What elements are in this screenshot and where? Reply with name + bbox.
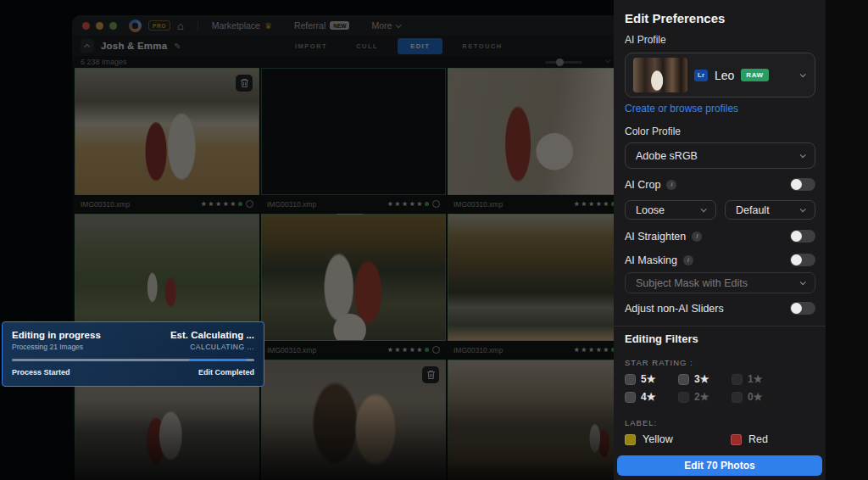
checkbox[interactable] [732, 392, 743, 403]
non-ai-sliders-toggle[interactable] [790, 302, 815, 315]
color-profile-label: Color Profile [625, 126, 681, 137]
ai-masking-label: AI Masking [625, 254, 677, 266]
checkbox[interactable] [732, 374, 743, 385]
checkbox[interactable] [678, 392, 689, 403]
mask-mode-value: Subject Mask with Edits [636, 277, 748, 289]
non-ai-sliders-row: Adjust non-AI Sliders [625, 302, 815, 315]
app-screenshot: PRO ⌂ Marketplace ♛ Referral NEW More [0, 0, 868, 480]
ai-straighten-row: AI Straighten i [625, 230, 815, 243]
ai-profile-label: AI Profile [625, 34, 666, 46]
chevron-down-icon [800, 152, 806, 158]
toggle-knob [791, 179, 802, 190]
toggle-knob [791, 254, 802, 265]
progress-end-label: Edit Completed [198, 368, 254, 377]
editing-progress-toast[interactable]: Editing in progress Est. Calculating ...… [2, 321, 264, 387]
toggle-knob [791, 231, 802, 242]
color-profile-select[interactable]: Adobe sRGB [625, 142, 815, 169]
progress-bar [12, 359, 254, 361]
filter-1-star[interactable]: 1★ [732, 373, 762, 385]
profile-name: Leo [715, 69, 734, 82]
profile-thumbnail [633, 58, 687, 92]
ai-crop-toggle[interactable] [790, 178, 815, 191]
filter-label-red[interactable]: Red [731, 433, 837, 445]
ai-profile-select[interactable]: Lr Leo RAW [625, 53, 815, 98]
chevron-down-icon [800, 279, 806, 285]
ai-straighten-label: AI Straighten [625, 231, 686, 243]
mask-mode-select[interactable]: Subject Mask with Edits [625, 272, 815, 293]
section-divider [614, 326, 826, 327]
filter-4-star[interactable]: 4★ [625, 391, 678, 403]
non-ai-sliders-label: Adjust non-AI Sliders [625, 303, 724, 315]
crop-mode-value: Loose [636, 204, 665, 216]
filter-5-star[interactable]: 5★ [625, 373, 678, 385]
checkbox[interactable] [625, 374, 636, 385]
crop-ratio-select[interactable]: Default [725, 200, 815, 220]
dim-overlay [0, 0, 614, 480]
raw-badge: RAW [741, 69, 768, 81]
filter-0-star[interactable]: 0★ [732, 391, 762, 403]
label-filters: Yellow Red [625, 433, 837, 445]
star-rating-filters: 5★ 3★ 1★ 4★ 2★ 0★ [625, 373, 762, 403]
edit-preferences-panel: Edit Preferences AI Profile Lr Leo RAW C… [614, 0, 826, 480]
ai-straighten-toggle[interactable] [790, 230, 815, 243]
label-filter-title: LABEL: [625, 418, 657, 427]
panel-title: Edit Preferences [625, 11, 725, 25]
crop-mode-select[interactable]: Loose [625, 200, 716, 220]
chevron-down-icon [800, 71, 806, 77]
ai-masking-row: AI Masking i [625, 254, 815, 266]
yellow-swatch[interactable] [625, 434, 636, 445]
toast-eta: Est. Calculating ... [170, 330, 254, 340]
editing-filters-title: Editing Filters [625, 332, 698, 345]
filter-2-star[interactable]: 2★ [678, 391, 732, 403]
toast-subtitle: Processing 21 Images [12, 343, 83, 351]
toast-eta-status: CALCULATING ... [190, 343, 254, 351]
edit-photos-button[interactable]: Edit 70 Photos [617, 455, 822, 476]
filter-3-star[interactable]: 3★ [678, 373, 732, 385]
crop-ratio-value: Default [736, 204, 770, 216]
red-swatch[interactable] [731, 434, 742, 445]
checkbox[interactable] [678, 374, 689, 385]
filter-label-yellow[interactable]: Yellow [625, 433, 731, 445]
chevron-down-icon [800, 206, 806, 212]
chevron-down-icon [701, 206, 707, 212]
ai-crop-label: AI Crop [625, 179, 660, 191]
info-icon[interactable]: i [692, 232, 702, 242]
toggle-knob [791, 303, 802, 314]
checkbox[interactable] [625, 392, 636, 403]
toast-title: Editing in progress [12, 330, 101, 340]
ai-masking-toggle[interactable] [790, 254, 815, 266]
star-rating-label: STAR RATING : [625, 358, 693, 367]
color-profile-value: Adobe sRGB [636, 150, 698, 162]
progress-start-label: Process Started [12, 368, 70, 377]
lightroom-icon: Lr [694, 70, 708, 81]
info-icon[interactable]: i [666, 180, 676, 190]
main-workspace: PRO ⌂ Marketplace ♛ Referral NEW More [0, 0, 614, 480]
info-icon[interactable]: i [683, 255, 693, 265]
progress-segment [189, 359, 248, 361]
create-browse-profiles-link[interactable]: Create or browse profiles [625, 103, 738, 114]
ai-crop-row: AI Crop i [625, 178, 815, 191]
